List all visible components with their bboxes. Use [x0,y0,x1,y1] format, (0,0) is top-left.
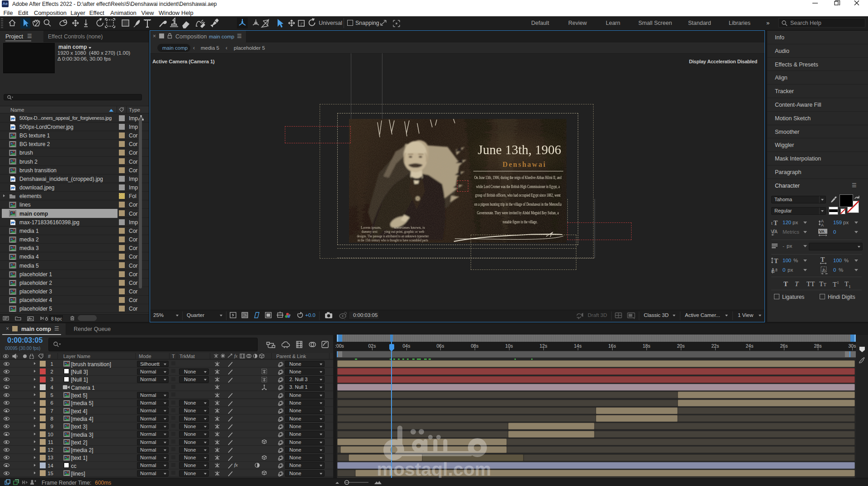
svg-text:T: T [774,258,778,264]
svg-text:あ: あ [822,268,826,272]
svg-text:T: T [774,220,778,226]
svg-text:on a pigeon hunting trip in th: on a pigeon hunting trip in the village … [474,201,561,207]
svg-text:t: t [771,221,773,226]
svg-text:A: A [821,223,824,227]
svg-text:Lorem ipsum, some: Lorem ipsum, sometimes known, is [361,226,425,230]
svg-text:Denshawai: Denshawai [502,160,546,168]
svg-text:On June 13th, 1906, during the: On June 13th, 1906, during the reign of … [474,175,561,180]
svg-text:T: T [821,257,825,263]
svg-text:June 13th, 1906: June 13th, 1906 [478,142,561,157]
svg-text:while Lord Cromer was the Brit: while Lord Cromer was the British High C… [476,184,560,189]
svg-text:in the 15th century who is tho: in the 15th century who is thought to ha… [358,238,428,242]
svg-text:dummy text ying out pri: dummy text ying out print, graphic or we… [362,230,425,234]
svg-text:designs. The passage is attrib: designs. The passage is attributed to an… [357,234,429,238]
svg-text:VA: VA [819,229,825,234]
svg-text:Governorate. They were invited: Governorate. They were invited by Abdel … [477,210,559,215]
svg-text:A: A [771,267,775,273]
svg-text:mostaql.com: mostaql.com [377,459,491,479]
svg-text:A: A [774,229,778,234]
svg-text:fx: fx [234,354,238,359]
svg-text:group of British officers, who: group of British officers, who had occup… [475,192,561,198]
svg-text:notable figure in the village.: notable figure in the village. [503,219,538,224]
svg-text:a: a [775,267,778,271]
